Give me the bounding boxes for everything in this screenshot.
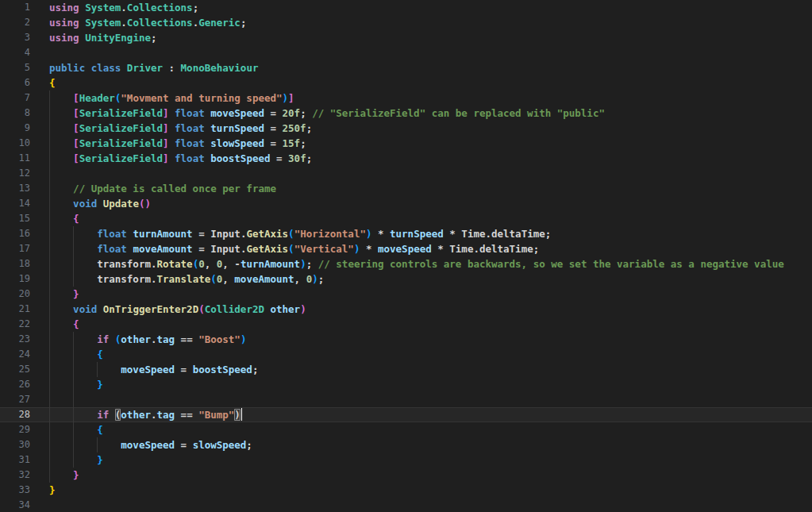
code-line[interactable]: 19 transform.Translate(0, moveAmount, 0)… <box>0 271 812 287</box>
line-number[interactable]: 2 <box>0 15 30 30</box>
line-number[interactable]: 3 <box>0 30 30 45</box>
line-number[interactable]: 30 <box>0 437 30 452</box>
code-token: == <box>175 409 198 421</box>
line-number[interactable]: 6 <box>0 75 30 90</box>
code-line[interactable]: 22 { <box>0 317 812 332</box>
line-number[interactable]: 11 <box>0 151 30 166</box>
line-number[interactable]: 7 <box>0 90 30 106</box>
code-line[interactable]: 2using System.Collections.Generic; <box>0 15 812 30</box>
code-token: // "SerializeField" can be replaced with… <box>312 107 605 119</box>
code-line[interactable]: 29 { <box>0 422 812 437</box>
line-number[interactable]: 28 <box>0 407 30 422</box>
code-token: ) <box>283 92 289 104</box>
code-token: [ <box>73 107 79 119</box>
line-number[interactable]: 17 <box>0 241 30 256</box>
line-number[interactable]: 8 <box>0 106 30 121</box>
code-token: . <box>151 409 157 421</box>
code-line[interactable]: 18 transform.Rotate(0, 0, -turnAmount); … <box>0 256 812 271</box>
line-content <box>49 45 812 60</box>
code-token: using <box>49 17 79 29</box>
code-line[interactable]: 24 { <box>0 347 812 362</box>
code-token <box>49 409 97 421</box>
code-line[interactable]: 6{ <box>0 75 812 90</box>
code-token: } <box>49 484 56 496</box>
line-number[interactable]: 32 <box>0 468 30 483</box>
line-number[interactable]: 1 <box>0 0 30 15</box>
code-token: boostSpeed <box>210 152 270 164</box>
code-line[interactable]: 16 float turnAmount = Input.GetAxis("Hor… <box>0 226 812 241</box>
line-number[interactable]: 4 <box>0 45 30 60</box>
code-token: float <box>175 107 205 119</box>
code-line[interactable]: 23 if (other.tag == "Boost") <box>0 332 812 347</box>
line-content: if (other.tag == "Boost") <box>49 332 812 347</box>
line-number[interactable]: 13 <box>0 181 30 196</box>
code-line[interactable]: 31 } <box>0 452 812 468</box>
line-number[interactable]: 19 <box>0 271 30 287</box>
line-number[interactable]: 18 <box>0 256 30 271</box>
code-line[interactable]: 27 <box>0 392 812 407</box>
line-number[interactable]: 10 <box>0 136 30 151</box>
code-line[interactable]: 21 void OnTriggerEnter2D(Collider2D othe… <box>0 302 812 317</box>
code-line[interactable]: 12 <box>0 166 812 181</box>
code-token: turnSpeed <box>210 122 264 134</box>
code-line[interactable]: 28 if (other.tag == "Bump") <box>0 407 812 422</box>
code-line[interactable]: 30 moveSpeed = slowSpeed; <box>0 437 812 452</box>
code-line[interactable]: 13 // Update is called once per frame <box>0 181 812 196</box>
line-number[interactable]: 31 <box>0 452 30 468</box>
line-number[interactable]: 12 <box>0 166 30 181</box>
code-token <box>85 62 91 74</box>
line-content: void Update() <box>49 196 812 211</box>
code-line[interactable]: 7 [Header("Movment and turning speed")] <box>0 90 812 106</box>
code-line[interactable]: 15 { <box>0 211 812 226</box>
code-token: [ <box>73 152 79 164</box>
code-line[interactable]: 26 } <box>0 377 812 392</box>
line-number[interactable]: 22 <box>0 317 30 332</box>
indent-guide <box>49 392 50 407</box>
code-token: other <box>271 303 301 315</box>
code-token <box>169 107 175 119</box>
code-line[interactable]: 5public class Driver : MonoBehaviour <box>0 60 812 75</box>
line-number[interactable]: 25 <box>0 362 30 377</box>
code-line[interactable]: 11 [SerializeField] float boostSpeed = 3… <box>0 151 812 166</box>
code-line[interactable]: 33} <box>0 483 812 498</box>
code-token <box>49 288 73 300</box>
line-content: [SerializeField] float slowSpeed = 15f; <box>49 136 812 151</box>
code-line[interactable]: 17 float moveAmount = Input.GetAxis("Ver… <box>0 241 812 256</box>
line-number[interactable]: 24 <box>0 347 30 362</box>
code-token: ] <box>288 92 294 104</box>
line-content: } <box>49 483 812 498</box>
line-number[interactable]: 26 <box>0 377 30 392</box>
code-line[interactable]: 3using UnityEngine; <box>0 30 812 45</box>
code-token: ; <box>533 243 540 255</box>
line-content: } <box>49 468 812 483</box>
code-line[interactable]: 14 void Update() <box>0 196 812 211</box>
code-line[interactable]: 34 <box>0 498 812 512</box>
code-token: turnSpeed <box>390 228 444 240</box>
line-number[interactable]: 33 <box>0 483 30 498</box>
code-line[interactable]: 25 moveSpeed = boostSpeed; <box>0 362 812 377</box>
line-number[interactable]: 9 <box>0 121 30 136</box>
code-line[interactable]: 1using System.Collections; <box>0 0 812 15</box>
code-token: transform <box>97 258 151 270</box>
code-token <box>97 303 103 315</box>
line-content: transform.Translate(0, moveAmount, 0); <box>49 271 812 287</box>
line-number[interactable]: 29 <box>0 422 30 437</box>
code-token: } <box>73 288 79 300</box>
line-number[interactable]: 34 <box>0 498 30 512</box>
code-line[interactable]: 9 [SerializeField] float turnSpeed = 250… <box>0 121 812 136</box>
line-number[interactable]: 20 <box>0 287 30 302</box>
code-line[interactable]: 8 [SerializeField] float moveSpeed = 20f… <box>0 106 812 121</box>
code-token: [ <box>73 137 79 149</box>
code-line[interactable]: 32 } <box>0 468 812 483</box>
line-number[interactable]: 14 <box>0 196 30 211</box>
line-number[interactable]: 5 <box>0 60 30 75</box>
code-line[interactable]: 4 <box>0 45 812 60</box>
line-number[interactable]: 15 <box>0 211 30 226</box>
line-number[interactable]: 21 <box>0 302 30 317</box>
line-number[interactable]: 23 <box>0 332 30 347</box>
code-token: - <box>234 258 241 270</box>
line-number[interactable]: 27 <box>0 392 30 407</box>
code-line[interactable]: 10 [SerializeField] float slowSpeed = 15… <box>0 136 812 151</box>
line-number[interactable]: 16 <box>0 226 30 241</box>
code-line[interactable]: 20 } <box>0 287 812 302</box>
